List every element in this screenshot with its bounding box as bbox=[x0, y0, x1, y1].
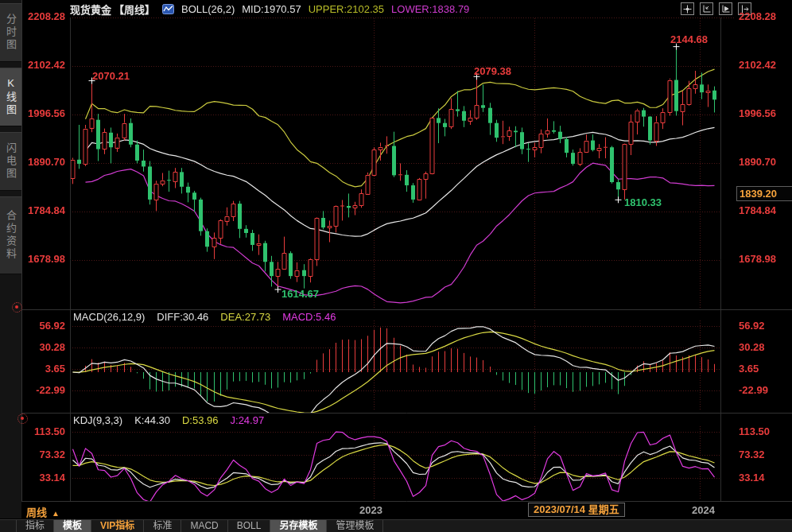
pan-crosshair-icon[interactable] bbox=[681, 2, 694, 15]
tab-indicators[interactable]: 指标 bbox=[16, 520, 54, 532]
boll-upper-value: UPPER:2102.35 bbox=[309, 3, 384, 15]
tab-save-template[interactable]: 另存模板 bbox=[270, 520, 327, 532]
price-annotation-high: 2070.21 bbox=[92, 70, 130, 82]
kdj-tick: 73.32 bbox=[739, 449, 791, 460]
price-tick: 1996.56 bbox=[2, 108, 65, 118]
year-label-2024: 2024 bbox=[692, 504, 715, 516]
tab-manage-template[interactable]: 管理模板 bbox=[327, 520, 383, 532]
price-tick: 2102.42 bbox=[2, 60, 65, 70]
kdj-settings-icon[interactable] bbox=[17, 414, 28, 424]
year-label-2023: 2023 bbox=[359, 504, 382, 516]
indicator-tabbar: 指标 模板 VIP指标 标准 MACD BOLL 另存模板 管理模板 bbox=[0, 519, 792, 532]
macd-tick: -22.99 bbox=[2, 385, 65, 395]
kdj-tick: 33.14 bbox=[739, 472, 791, 483]
axis-zoom-out-icon[interactable] bbox=[700, 2, 713, 15]
price-tick: 2208.28 bbox=[2, 11, 65, 21]
kdj-tick: 113.50 bbox=[2, 426, 65, 437]
kdj-header: KDJ(9,3,3) K:44.30 D:53.96 J:24.97 bbox=[73, 414, 264, 426]
last-price-badge: 1839.20 bbox=[736, 186, 792, 201]
macd-diff-value: DIFF:30.46 bbox=[157, 311, 208, 323]
macd-tick: -22.99 bbox=[739, 385, 791, 395]
kdj-k-value: K:44.30 bbox=[134, 414, 170, 426]
kdj-j-value: J:24.97 bbox=[231, 414, 265, 426]
kdj-tick: 73.32 bbox=[2, 449, 65, 460]
tab-standard[interactable]: 标准 bbox=[144, 520, 181, 532]
kdj-tick: 113.50 bbox=[739, 426, 791, 437]
price-tick: 2102.42 bbox=[739, 60, 791, 70]
axis-autoplay-icon[interactable] bbox=[719, 2, 732, 15]
selected-date-box: 2023/07/14 星期五 bbox=[528, 503, 625, 517]
tab-vip-indicators[interactable]: VIP指标 bbox=[91, 520, 144, 532]
macd-tick: 30.28 bbox=[739, 342, 791, 352]
period-tag: 【周线】 bbox=[114, 2, 155, 17]
price-tick: 1784.84 bbox=[739, 205, 791, 216]
macd-tick: 56.92 bbox=[739, 320, 791, 331]
boll-mid-value: MID:1970.57 bbox=[242, 3, 301, 15]
period-selector[interactable]: 周线▲ bbox=[26, 504, 60, 519]
macd-bar-value: MACD:5.46 bbox=[282, 311, 336, 323]
price-tick: 1890.70 bbox=[739, 157, 791, 167]
chart-header: 现货黄金 【周线】 BOLL(26,2) MID:1970.57 UPPER:2… bbox=[70, 2, 469, 16]
macd-dea-value: DEA:27.73 bbox=[220, 311, 270, 323]
price-tick: 1678.98 bbox=[739, 254, 791, 264]
price-tick: 1996.56 bbox=[739, 108, 791, 118]
price-annotation-low: 1810.33 bbox=[624, 196, 662, 208]
price-tick: 1784.84 bbox=[2, 205, 65, 216]
trading-app-window: 现货黄金 【周线】 BOLL(26,2) MID:1970.57 UPPER:2… bbox=[0, 0, 792, 532]
up-triangle-icon: ▲ bbox=[52, 509, 60, 518]
boll-params-label: BOLL(26,2) bbox=[181, 3, 235, 15]
xaxis-row: 周线▲ 2023 2023/07/14 星期五 2024 bbox=[21, 502, 792, 519]
tab-boll[interactable]: BOLL bbox=[228, 520, 271, 532]
macd-settings-icon[interactable] bbox=[12, 302, 22, 313]
price-tick: 2208.28 bbox=[739, 11, 791, 21]
tab-macd[interactable]: MACD bbox=[181, 520, 227, 532]
macd-tick: 3.65 bbox=[739, 363, 791, 374]
mini-chart-icon bbox=[162, 4, 174, 14]
macd-params-label: MACD(26,12,9) bbox=[73, 311, 145, 323]
boll-lower-value: LOWER:1838.79 bbox=[391, 3, 469, 15]
price-tick: 1890.70 bbox=[2, 157, 65, 167]
kdj-d-value: D:53.96 bbox=[182, 414, 219, 426]
price-annotation-high: 2144.68 bbox=[670, 33, 708, 45]
macd-tick: 30.28 bbox=[2, 342, 65, 352]
macd-tick: 3.65 bbox=[2, 363, 65, 374]
macd-header: MACD(26,12,9) DIFF:30.46 DEA:27.73 MACD:… bbox=[73, 311, 336, 323]
kdj-params-label: KDJ(9,3,3) bbox=[73, 414, 122, 426]
macd-tick: 56.92 bbox=[2, 320, 65, 331]
price-annotation-high: 2079.38 bbox=[474, 65, 511, 77]
tab-templates[interactable]: 模板 bbox=[54, 520, 91, 532]
period-label: 周线 bbox=[26, 507, 47, 518]
price-tick: 1678.98 bbox=[2, 254, 65, 264]
price-annotation-low: 1614.67 bbox=[281, 288, 319, 300]
kdj-tick: 33.14 bbox=[2, 472, 65, 483]
instrument-title: 现货黄金 bbox=[70, 2, 111, 17]
